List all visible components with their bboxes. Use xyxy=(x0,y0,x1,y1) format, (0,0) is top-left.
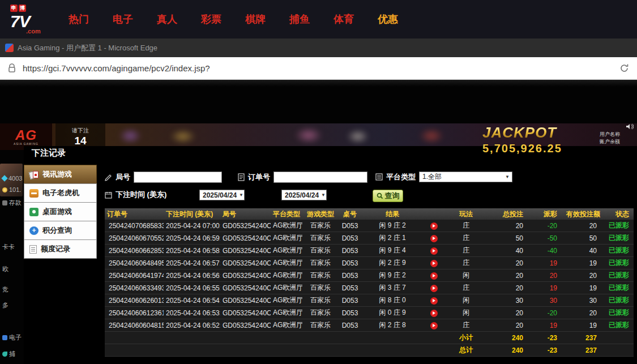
cell-valid: 19 xyxy=(564,319,604,332)
casino-glow xyxy=(347,129,369,144)
cell-round: GD053254240OL xyxy=(220,282,271,294)
panel-title: 下注记录 xyxy=(32,148,66,159)
cell-platform: AG欧洲厅 xyxy=(271,220,302,232)
refresh-icon[interactable] xyxy=(619,63,629,73)
replay-icon[interactable] xyxy=(430,235,438,242)
search-button[interactable]: 查询 xyxy=(373,190,403,202)
table-row: 2504240606484952025-04-24 06:57:04GD0532… xyxy=(105,257,634,269)
replay-icon[interactable] xyxy=(430,260,438,267)
gem-icon xyxy=(1,175,7,181)
logo-badges: 申 博 xyxy=(10,5,51,12)
order-input[interactable] xyxy=(273,172,367,183)
sidebar-item-slot-machines[interactable]: 电子老虎机 xyxy=(24,183,97,203)
top-nav-item-fishing[interactable]: 捕鱼 xyxy=(289,12,310,26)
cell-table: D053 xyxy=(339,220,361,232)
platform-select[interactable]: 1.全部 xyxy=(419,172,512,182)
replay-icon[interactable] xyxy=(430,222,438,230)
site-logo[interactable]: 申 博 7V .com xyxy=(10,5,51,35)
cell-order: 250424060612361 xyxy=(105,307,164,319)
logo-suffix-text: .com xyxy=(26,28,51,35)
top-nav-item-board[interactable]: 棋牌 xyxy=(245,12,266,26)
casino-glow xyxy=(119,128,142,144)
table-row: 2504240606123612025-04-24 06:53:37GD0532… xyxy=(105,307,634,319)
cell-game: 百家乐 xyxy=(302,257,339,269)
replay-icon[interactable] xyxy=(430,285,438,292)
replay-icon[interactable] xyxy=(430,272,438,280)
sidebar-item-quota-records[interactable]: 额度记录 xyxy=(24,239,97,259)
table-header-row: 订单号下注时间 (美东)局号平台类型游戏类型桌号结果玩法总投注派彩有效投注额状态 xyxy=(105,208,634,220)
cell-order: 250424070685833 xyxy=(105,220,164,232)
fish-icon xyxy=(2,352,7,357)
replay-icon[interactable] xyxy=(430,310,438,317)
cell-order: 250424060648495 xyxy=(105,257,164,269)
cell-play xyxy=(424,257,444,269)
column-header: 下注时间 (美东) xyxy=(164,208,220,220)
top-nav-item-sports[interactable]: 体育 xyxy=(334,12,354,26)
cell-round: GD053254240OP xyxy=(220,245,271,257)
sound-icon xyxy=(626,123,634,132)
cell-status: 已派彩 xyxy=(604,245,634,257)
totals-valid: 237 xyxy=(564,332,604,344)
cell-time: 2025-04-24 06:52:51 xyxy=(164,319,220,332)
sidebar-item-video-games[interactable]: 视讯游戏 xyxy=(24,165,97,184)
cell-payout: 20 xyxy=(530,269,564,282)
column-header: 游戏类型 xyxy=(302,208,339,220)
cell-game: 百家乐 xyxy=(302,232,339,245)
order-label: 订单号 xyxy=(248,172,270,182)
cell-order: 250424060633493 xyxy=(105,282,164,294)
background-fragment: 竞 xyxy=(2,285,8,294)
totals-total: 240 xyxy=(488,332,530,344)
sidebar-item-points-query[interactable]: 积分查询 xyxy=(24,221,97,240)
background-fragment: 4003 xyxy=(2,175,22,182)
bet-time-filter: 下注时间 (美东) xyxy=(105,190,166,200)
column-header: 结果 xyxy=(361,208,424,220)
page-top-shade xyxy=(0,80,637,87)
cell-order: 250424060626013 xyxy=(105,294,164,307)
column-header: 局号 xyxy=(220,208,271,220)
cell-round: GD053254240OQ xyxy=(220,232,271,245)
column-header: 桌号 xyxy=(339,208,361,220)
cell-platform: AG欧洲厅 xyxy=(271,307,302,319)
replay-icon[interactable] xyxy=(430,247,438,255)
totals-label: 总计 xyxy=(444,344,488,357)
cell-time: 2025-04-24 06:58:27 xyxy=(164,245,220,257)
record-icon xyxy=(29,245,37,254)
round-input[interactable] xyxy=(134,172,222,183)
cell-result: 闲 2 庄 1 xyxy=(361,232,424,245)
sidebar-item-label: 视讯游戏 xyxy=(42,169,72,179)
background-left-strip: 4003101.存款卡卡欧竞多电子捕 xyxy=(0,80,24,364)
cell-payout: 30 xyxy=(530,294,564,307)
replay-icon[interactable] xyxy=(430,297,438,305)
column-header: 平台类型 xyxy=(271,208,302,220)
date-to-value: 2025/04/24 xyxy=(285,191,319,199)
cell-time: 2025-04-24 06:59:11 xyxy=(164,232,220,245)
cell-side: 庄 xyxy=(444,220,488,232)
bet-countdown: 14 xyxy=(74,135,86,147)
cell-payout: 19 xyxy=(530,257,564,269)
cell-round: GD053254240ON xyxy=(220,257,271,269)
date-to-select[interactable]: 2025/04/24 xyxy=(281,190,327,200)
records-content: 局号 订单号 平台类型 xyxy=(105,172,634,364)
cell-round: GD053254240OI xyxy=(220,307,271,319)
cell-valid: 50 xyxy=(564,232,604,245)
date-from-select[interactable]: 2025/04/24 xyxy=(199,190,245,200)
platform-label: 平台类型 xyxy=(386,172,416,182)
url-text[interactable]: https://gci.7vvvvvv.com/agingame/pcv2/in… xyxy=(23,63,613,73)
top-nav-item-hot[interactable]: 热门 xyxy=(69,12,89,26)
logo-brand-text: 7V xyxy=(10,13,51,30)
top-nav-item-slots[interactable]: 电子 xyxy=(113,12,133,26)
cell-result: 闲 2 庄 8 xyxy=(361,319,424,332)
cell-time: 2025-04-24 06:55:33 xyxy=(164,282,220,294)
platform-filter: 平台类型 1.全部 xyxy=(375,172,512,182)
top-nav-item-lottery[interactable]: 彩票 xyxy=(201,12,221,26)
replay-icon[interactable] xyxy=(430,322,438,329)
jackpot: JACKPOT 5,705,926.25 xyxy=(482,124,562,155)
cell-table: D053 xyxy=(339,232,361,245)
sidebar-item-table-games[interactable]: 桌面游戏 xyxy=(24,202,97,221)
cell-side: 闲 xyxy=(444,269,488,282)
top-nav-item-promo[interactable]: 优惠 xyxy=(378,12,398,26)
sidebar-item-label: 桌面游戏 xyxy=(42,207,72,217)
cell-total: 30 xyxy=(488,294,530,307)
cell-status: 已派彩 xyxy=(604,307,634,319)
top-nav-item-live[interactable]: 真人 xyxy=(157,12,177,26)
